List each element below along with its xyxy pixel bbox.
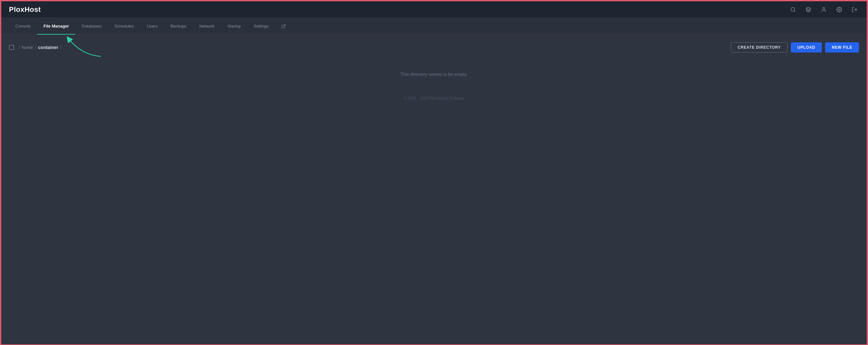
tab-network[interactable]: Network [193,18,221,35]
empty-directory-message: This directory seems to be empty. [9,72,859,77]
tab-databases[interactable]: Databases [75,18,108,35]
svg-line-6 [283,24,285,26]
tab-external-link[interactable] [275,18,292,35]
external-link-icon [281,24,286,29]
svg-marker-2 [806,7,811,10]
nav-tabs: Console File Manager Databases Schedules… [1,18,867,35]
svg-point-0 [791,7,795,11]
breadcrumb-root-sep: / [19,45,20,50]
breadcrumb-sep2: / [60,45,62,50]
file-toolbar: / home / container / CREATE DIRECTORY UP… [9,42,859,53]
create-directory-button[interactable]: CREATE DIRECTORY [731,42,787,53]
settings-icon[interactable] [835,5,844,14]
top-header: PloxHost [1,1,867,18]
select-all-checkbox[interactable] [9,45,14,50]
breadcrumb-sep1: / [35,45,36,50]
tab-schedules[interactable]: Schedules [108,18,140,35]
tab-settings[interactable]: Settings [247,18,275,35]
tab-startup[interactable]: Startup [221,18,247,35]
svg-point-3 [823,7,825,9]
footer: © 2015 - 2020 Pterodactyl Software [9,96,859,107]
layers-icon[interactable] [804,5,813,14]
breadcrumb-container: container [38,45,58,50]
header-icon-group [788,5,859,14]
svg-line-1 [794,10,795,11]
tab-users[interactable]: Users [140,18,164,35]
logout-icon[interactable] [850,5,859,14]
svg-point-4 [839,9,840,10]
upload-button[interactable]: UPLOAD [791,42,822,53]
tab-backups[interactable]: Backups [164,18,193,35]
tab-console[interactable]: Console [9,18,37,35]
breadcrumb: / home / container / [9,45,62,50]
new-file-button[interactable]: NEW FILE [825,42,859,53]
main-content: / home / container / CREATE DIRECTORY UP… [1,35,867,344]
account-icon[interactable] [819,5,828,14]
tab-file-manager[interactable]: File Manager [37,18,75,35]
app-logo: PloxHost [9,5,41,14]
breadcrumb-home: home [22,45,33,50]
toolbar-buttons: CREATE DIRECTORY UPLOAD NEW FILE [731,42,859,53]
search-icon[interactable] [788,5,798,14]
